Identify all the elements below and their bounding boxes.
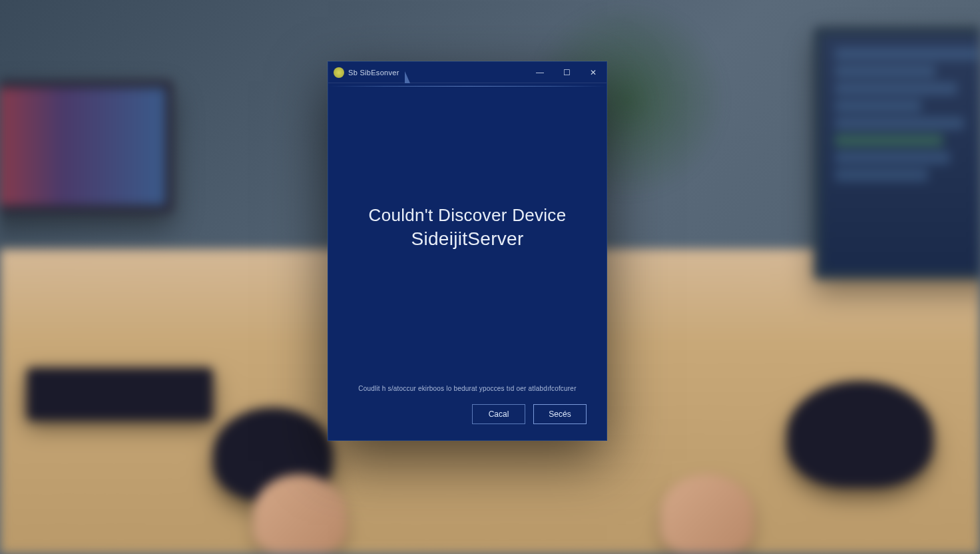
left-monitor <box>0 80 173 213</box>
error-description: Coudlit h s/atoccur ekirboos lo bedurat … <box>348 385 587 392</box>
close-icon: ✕ <box>590 68 597 77</box>
error-dialog: Sb SibEsonver — ☐ ✕ Couldn't Discover De… <box>328 61 607 441</box>
message-area: Couldn't Discover Device SideijitServer <box>348 70 587 385</box>
left-hand <box>253 474 346 554</box>
right-controller <box>787 381 933 487</box>
console-device <box>27 368 213 421</box>
dialog-content: Couldn't Discover Device SideijitServer … <box>328 83 607 440</box>
error-heading-line1: Couldn't Discover Device <box>369 205 567 226</box>
right-hand <box>660 474 754 554</box>
dialog-buttons: Cacal Secés <box>348 404 587 427</box>
confirm-button[interactable]: Secés <box>533 404 587 424</box>
app-icon <box>334 67 344 78</box>
cancel-button[interactable]: Cacal <box>472 404 525 424</box>
error-heading-line2: SideijitServer <box>411 228 523 250</box>
right-monitor <box>814 27 980 280</box>
right-monitor-screen <box>822 35 980 272</box>
left-monitor-screen <box>0 88 165 205</box>
